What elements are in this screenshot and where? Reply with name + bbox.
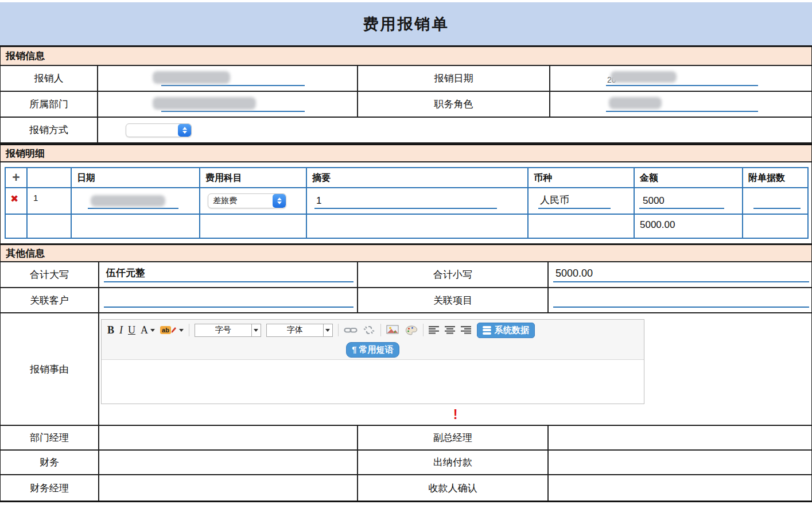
align-left-icon (429, 326, 440, 334)
payee-confirm-value (549, 475, 811, 501)
date-label: 报销日期 (358, 66, 550, 91)
database-icon (483, 325, 491, 335)
insert-image-button[interactable] (386, 325, 400, 335)
editor-toolbar-row2: ¶ 常用短语 (102, 340, 644, 360)
method-select[interactable] (126, 123, 192, 137)
redacted-value (609, 97, 662, 109)
reason-row: 报销事由 B I U A ab (1, 313, 811, 426)
info-row-1: 报销人 报销日期 20 (1, 66, 811, 92)
unlink-icon (363, 325, 375, 335)
reimburser-field[interactable] (98, 66, 358, 91)
common-phrases-button[interactable]: ¶ 常用短语 (346, 342, 399, 358)
color-palette-button[interactable] (405, 325, 418, 335)
info-row-2: 所属部门 职务角色 (1, 92, 811, 118)
row-seq: 1 (28, 188, 72, 214)
col-header-currency: 币种 (529, 168, 635, 187)
chevron-down-icon (150, 329, 155, 332)
category-select[interactable]: 差旅费 (208, 193, 286, 208)
date-field[interactable]: 20 (550, 66, 811, 91)
form-title-bar: 费用报销单 (0, 2, 812, 47)
align-center-icon (445, 326, 456, 334)
reimburser-label: 报销人 (1, 66, 98, 91)
finance-label: 财务 (1, 451, 99, 474)
underline-button[interactable]: U (128, 324, 135, 336)
align-center-button[interactable] (445, 326, 456, 334)
total-caps-label: 合计大写 (1, 262, 99, 287)
redacted-value (153, 71, 230, 84)
cashier-value (549, 451, 811, 474)
col-header-docs: 附单据数 (743, 168, 807, 187)
customer-label: 关联客户 (1, 288, 99, 312)
row-category-cell: 差旅费 (200, 188, 307, 214)
total-caps-field[interactable]: 伍仟元整 (99, 262, 358, 287)
font-color-button[interactable]: A (141, 324, 155, 336)
cashier-label: 出纳付款 (358, 451, 549, 474)
insert-link-button[interactable] (344, 326, 358, 334)
expense-form-page: 费用报销单 报销信息 报销人 报销日期 20 所属部门 职务角色 (0, 0, 812, 512)
reason-cell: B I U A ab 字号 (99, 313, 811, 425)
section-header-other: 其他信息 (1, 243, 811, 262)
remove-link-button[interactable] (363, 325, 375, 335)
col-header-category: 费用科目 (200, 168, 307, 187)
palette-icon (405, 325, 418, 335)
chevron-down-icon (252, 324, 261, 337)
delete-row-button[interactable]: ✖ (6, 188, 26, 205)
method-label: 报销方式 (1, 118, 98, 142)
font-family-select[interactable]: 字体 (266, 324, 333, 337)
page-title: 费用报销单 (363, 14, 449, 34)
relations-row: 关联客户 关联项目 (1, 288, 811, 313)
department-label: 所属部门 (1, 92, 98, 117)
required-warning: ! (99, 407, 811, 422)
reason-textarea[interactable] (102, 360, 644, 404)
department-field[interactable] (98, 92, 358, 117)
section-header-detail: 报销明细 (1, 143, 811, 162)
row-summary-field[interactable]: 1 (307, 188, 529, 214)
info-row-3: 报销方式 (1, 118, 811, 143)
approval-row-2: 财务 出纳付款 (1, 451, 811, 475)
redacted-value (91, 195, 165, 207)
customer-field[interactable] (99, 288, 358, 312)
align-left-button[interactable] (429, 326, 440, 334)
finance-manager-value (99, 475, 358, 501)
reason-label: 报销事由 (1, 313, 99, 425)
project-label: 关联项目 (358, 288, 549, 312)
editor-toolbar: B I U A ab 字号 (102, 320, 644, 340)
add-row-button[interactable]: + (6, 168, 26, 187)
row-amount-field[interactable]: 5000 (635, 188, 743, 214)
row-docs-field[interactable] (743, 188, 807, 214)
chevron-updown-icon (273, 194, 286, 208)
link-icon (344, 326, 358, 334)
rich-text-editor: B I U A ab 字号 (101, 319, 644, 404)
role-field[interactable] (550, 92, 811, 117)
col-header-amount: 金额 (635, 168, 743, 187)
bold-button[interactable]: B (107, 324, 114, 336)
payee-confirm-label: 收款人确认 (358, 475, 549, 501)
chevron-down-icon (179, 329, 184, 332)
row-date-field[interactable]: 05 (72, 188, 200, 214)
role-label: 职务角色 (358, 92, 550, 117)
totals-row: 合计大写 伍仟元整 合计小写 5000.00 (1, 262, 811, 288)
redacted-value (611, 71, 677, 83)
dept-manager-label: 部门经理 (1, 426, 99, 449)
deputy-gm-value (549, 426, 811, 449)
project-field[interactable] (549, 288, 811, 312)
amount-total: 5000.00 (635, 215, 743, 238)
highlight-button[interactable]: ab (160, 326, 184, 334)
method-cell (98, 118, 811, 142)
pencil-icon (171, 327, 177, 333)
total-num-field[interactable]: 5000.00 (549, 262, 811, 287)
align-right-button[interactable] (461, 326, 472, 334)
redacted-value (153, 97, 256, 110)
col-header-summary: 摘要 (307, 168, 529, 187)
align-right-icon (461, 326, 472, 334)
row-currency-field[interactable]: 人民币 (529, 188, 635, 214)
system-data-button[interactable]: 系统数据 (477, 323, 535, 338)
deputy-gm-label: 副总经理 (358, 426, 549, 449)
image-icon (386, 325, 400, 335)
dept-manager-value (99, 426, 358, 449)
chevron-down-icon (324, 324, 333, 337)
detail-table: + 日期 费用科目 摘要 币种 金额 附单据数 ✖ 1 05 (5, 167, 809, 239)
font-size-select[interactable]: 字号 (195, 324, 261, 337)
italic-button[interactable]: I (119, 324, 123, 336)
finance-value (99, 451, 358, 474)
